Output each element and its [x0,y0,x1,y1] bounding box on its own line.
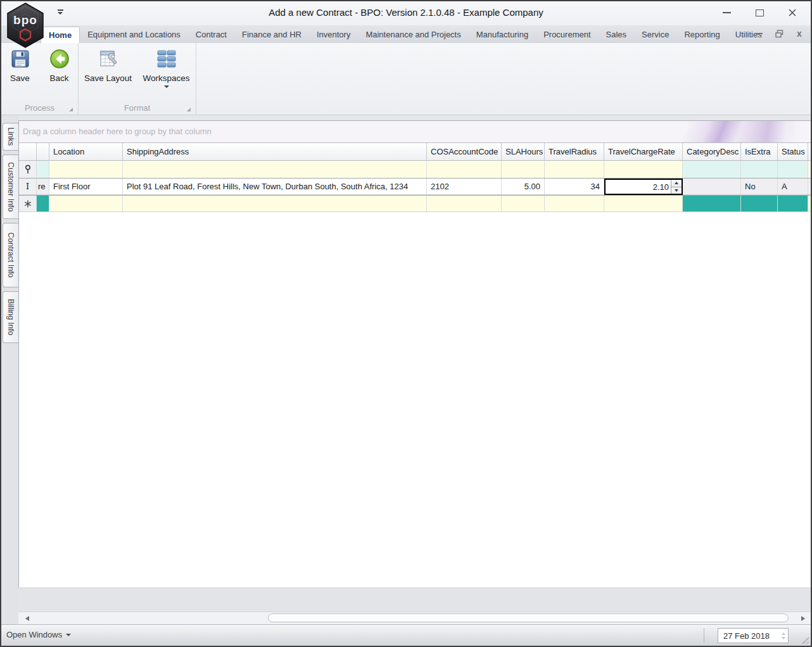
column-header-shippingaddress[interactable]: ShippingAddress [123,143,427,161]
newrow-cell-cosaccountcode[interactable] [427,196,502,212]
newrow-cell-location[interactable] [49,196,123,212]
travelchargerate-value[interactable]: 2.10 [606,180,671,194]
filter-row [19,161,811,179]
row-indicator-edit[interactable]: I [19,179,37,195]
spin-editor [671,180,682,194]
newrow-cell-categorydesc[interactable] [683,196,741,212]
sidebar-item-contract-info[interactable]: Contract Info [3,223,18,287]
scroll-right-button[interactable] [797,612,809,624]
dialog-launcher-icon[interactable] [187,108,191,111]
tab-equipment-and-locations[interactable]: Equipment and Locations [80,27,188,43]
newrow-cell-slahours[interactable] [502,196,545,212]
minimize-button[interactable] [720,6,733,19]
cell-isextra[interactable]: No [741,179,778,195]
date-value[interactable]: 27 Feb 2018 [718,629,778,643]
filter-cell-cosaccountcode[interactable] [427,161,502,179]
cell-location[interactable]: First Floor [49,179,123,195]
column-header-categorydesc[interactable]: CategoryDesc [683,143,741,161]
arrow-right-icon [801,616,805,621]
newrow-cell-travelchargerate[interactable] [604,196,683,212]
spin-up-button[interactable] [671,180,682,187]
window-title: Add a new Contract - BPO: Version 2.1.0.… [1,7,811,18]
close-button[interactable] [785,6,799,19]
tab-home[interactable]: Home [41,27,80,43]
tab-maintenance-and-projects[interactable]: Maintenance and Projects [358,27,468,43]
filter-cell-location[interactable] [49,161,123,179]
grid-empty-area [19,212,811,587]
tab-reporting[interactable]: Reporting [676,27,727,43]
newrow-cell-isextra[interactable] [741,196,778,212]
column-header-isextra[interactable]: IsExtra [741,143,778,161]
ribbon-group-process: Save Back Process [1,43,79,115]
cell-categorydesc[interactable] [683,179,741,195]
bpo-logo-icon: bpo [5,3,46,48]
mdi-restore-button[interactable] [774,28,784,39]
clipped-column-header[interactable] [37,143,49,161]
save-layout-button[interactable]: Save Layout [81,47,136,88]
date-editor[interactable]: 27 Feb 2018 [718,628,789,643]
newrow-cell-status[interactable] [778,196,808,212]
save-layout-icon [98,49,118,69]
cell-cosaccountcode[interactable]: 2102 [427,179,502,195]
column-header-travelchargerate[interactable]: TravelChargeRate [604,143,683,161]
spin-down-button[interactable] [671,187,682,194]
column-header-status[interactable]: Status [778,143,808,161]
tab-manufacturing[interactable]: Manufacturing [469,27,536,43]
filter-cell-status[interactable] [778,161,808,179]
tab-procurement[interactable]: Procurement [536,27,598,43]
group-by-panel[interactable]: Drag a column header here to group by th… [19,121,811,143]
contract-locations-grid: Drag a column header here to group by th… [18,120,811,587]
tab-service[interactable]: Service [634,27,676,43]
open-windows-label: Open Windows [6,630,62,639]
cell-clipped[interactable]: re [37,179,49,195]
filter-cell-shippingaddress[interactable] [123,161,427,179]
sidebar-item-links[interactable]: Links [3,123,18,151]
mdi-minimize-button[interactable] [754,28,764,39]
cell-status[interactable]: A [778,179,808,195]
maximize-button[interactable] [752,6,766,19]
spin-down-icon[interactable] [782,637,785,639]
filter-cell-clipped[interactable] [37,161,49,179]
scrollbar-thumb[interactable] [268,613,789,622]
row-indicator-new[interactable] [19,196,37,212]
newrow-cell-shippingaddress[interactable] [123,196,427,212]
sidebar-item-customer-info[interactable]: Customer Info [3,154,18,219]
filter-cell-travelradius[interactable] [545,161,604,179]
sidebar-item-billing-info[interactable]: Billing Info [3,291,18,343]
filter-cell-slahours[interactable] [502,161,545,179]
dialog-launcher-icon[interactable] [69,108,73,111]
spin-up-icon [675,182,678,184]
cell-slahours[interactable]: 5.00 [502,179,545,195]
filter-cell-travelchargerate[interactable] [604,161,683,179]
spin-up-icon[interactable] [782,632,785,635]
tab-finance-and-hr[interactable]: Finance and HR [234,27,309,43]
ribbon-group-caption: Format [79,103,196,113]
tab-contract[interactable]: Contract [188,27,234,43]
column-header-cosaccountcode[interactable]: COSAccountCode [427,143,502,161]
tab-sales[interactable]: Sales [599,27,635,43]
app-window: bpo Add a new Contract - BPO: Version 2.… [0,0,812,647]
column-header-travelradius[interactable]: TravelRadius [545,143,604,161]
cell-shippingaddress[interactable]: Plot 91 Leaf Road, Forest Hills, New Tow… [123,179,427,195]
horizontal-scrollbar[interactable] [18,612,811,624]
cell-travelradius[interactable]: 34 [545,179,604,195]
column-header-location[interactable]: Location [49,143,123,161]
scroll-left-button[interactable] [21,612,34,624]
newrow-cell-travelradius[interactable] [545,196,604,212]
filter-cell-categorydesc[interactable] [683,161,741,179]
title-bar: bpo Add a new Contract - BPO: Version 2.… [1,1,811,25]
minimize-icon [723,12,731,13]
newrow-cell-clipped[interactable] [37,196,49,212]
open-windows-dropdown[interactable]: Open Windows [6,630,71,639]
mdi-close-button[interactable]: x [794,28,804,39]
column-header-slahours[interactable]: SLAHours [502,143,545,161]
minimize-icon [756,33,763,34]
cell-travelchargerate-editor[interactable]: 2.10 [604,179,683,195]
workspaces-button[interactable]: Workspaces [139,47,194,88]
back-button[interactable]: Back [42,47,77,83]
filter-cell-isextra[interactable] [741,161,778,179]
resize-grip[interactable] [800,635,809,644]
save-button[interactable]: Save [3,47,38,83]
filter-row-indicator[interactable] [19,161,37,179]
tab-inventory[interactable]: Inventory [309,27,358,43]
